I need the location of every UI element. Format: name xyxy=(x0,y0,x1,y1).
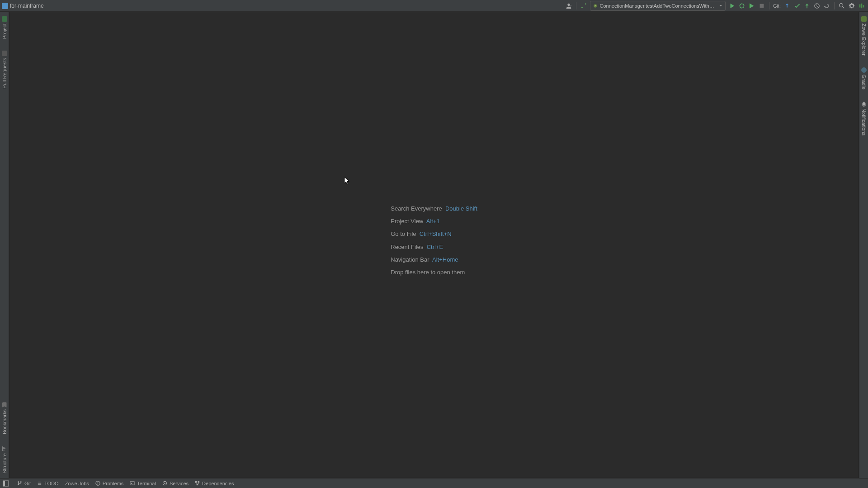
status-bar: Git TODO Zowe Jobs Problems Terminal Ser… xyxy=(0,478,868,488)
svg-rect-3 xyxy=(760,4,764,8)
vcs-history-button[interactable] xyxy=(812,1,821,10)
project-icon xyxy=(2,16,7,22)
svg-rect-2 xyxy=(749,3,750,8)
dependencies-icon xyxy=(195,481,200,486)
right-tool-window-strip: Zowe Explorer Gradle Notifications xyxy=(859,12,868,478)
run-button[interactable] xyxy=(727,1,736,10)
statusbar-services-label: Services xyxy=(170,481,189,486)
git-label: Git: xyxy=(773,3,781,9)
toolwindow-bookmarks-label: Bookmarks xyxy=(2,409,7,434)
bell-icon xyxy=(861,101,867,107)
svg-point-18 xyxy=(164,483,165,484)
statusbar-todo[interactable]: TODO xyxy=(37,481,59,486)
statusbar-problems-label: Problems xyxy=(103,481,123,486)
svg-rect-6 xyxy=(859,4,861,7)
action-label: Navigation Bar xyxy=(391,256,429,263)
statusbar-dependencies[interactable]: Dependencies xyxy=(195,481,234,486)
left-tool-window-strip: Project Pull Requests Bookmarks Structur… xyxy=(0,12,9,478)
project-folder-icon xyxy=(2,3,8,9)
list-icon xyxy=(37,481,42,486)
action-project-view[interactable]: Project View Alt+1 xyxy=(391,218,477,226)
terminal-icon xyxy=(130,481,135,486)
toolwindow-gradle-label: Gradle xyxy=(861,75,867,89)
svg-point-5 xyxy=(840,3,843,7)
svg-rect-19 xyxy=(195,481,197,483)
vcs-commit-button[interactable] xyxy=(793,1,802,10)
pull-request-icon xyxy=(2,51,7,56)
navigation-bar: for-mainframe ConnectionManager.testAddT… xyxy=(0,0,868,12)
shortcut-label: Double Shift xyxy=(445,205,477,212)
drop-files-hint: Drop files here to open them xyxy=(391,268,477,277)
ide-status-button[interactable] xyxy=(857,1,866,10)
vcs-update-button[interactable] xyxy=(783,1,792,10)
action-label: Search Everywhere xyxy=(391,205,442,212)
action-go-to-file[interactable]: Go to File Ctrl+Shift+N xyxy=(391,230,477,239)
statusbar-terminal[interactable]: Terminal xyxy=(130,481,156,486)
debug-button[interactable] xyxy=(737,1,746,10)
toolwindow-zowe-explorer-label: Zowe Explorer xyxy=(861,23,867,56)
settings-button[interactable] xyxy=(847,1,856,10)
toolwindow-project-label: Project xyxy=(2,23,7,39)
tool-windows-button[interactable] xyxy=(3,480,9,487)
chevron-down-icon xyxy=(719,4,722,8)
toolwindow-zowe-explorer[interactable]: Zowe Explorer xyxy=(861,14,867,57)
bookmark-icon xyxy=(2,402,7,408)
run-with-coverage-button[interactable] xyxy=(747,1,756,10)
editor-area[interactable]: Search Everywhere Double Shift Project V… xyxy=(9,12,859,478)
build-button[interactable] xyxy=(579,1,588,10)
vcs-push-button[interactable] xyxy=(802,1,811,10)
run-configuration-label: ConnectionManager.testAddTwoConnectionsW… xyxy=(600,3,717,9)
toolwindow-pull-requests[interactable]: Pull Requests xyxy=(2,49,7,90)
separator xyxy=(576,2,576,9)
action-navigation-bar[interactable]: Navigation Bar Alt+Home xyxy=(391,256,477,264)
toolwindow-gradle[interactable]: Gradle xyxy=(861,66,867,91)
separator xyxy=(769,2,769,9)
vcs-rollback-button[interactable] xyxy=(822,1,831,10)
toolwindow-notifications[interactable]: Notifications xyxy=(861,99,867,137)
toolwindow-notifications-label: Notifications xyxy=(861,108,867,136)
services-icon xyxy=(162,481,167,486)
action-label: Project View xyxy=(391,218,423,225)
svg-rect-8 xyxy=(863,5,864,7)
separator xyxy=(834,2,835,9)
svg-rect-16 xyxy=(130,482,134,485)
project-name[interactable]: for-mainframe xyxy=(10,3,44,9)
action-label: Recent Files xyxy=(391,244,423,250)
svg-rect-21 xyxy=(197,483,198,485)
statusbar-dependencies-label: Dependencies xyxy=(202,481,234,486)
statusbar-problems[interactable]: Problems xyxy=(95,481,123,486)
editor-empty-state: Search Everywhere Double Shift Project V… xyxy=(391,200,477,281)
gradle-icon xyxy=(861,67,867,73)
search-everywhere-button[interactable] xyxy=(837,1,846,10)
action-search-everywhere[interactable]: Search Everywhere Double Shift xyxy=(391,205,477,213)
shortcut-label: Ctrl+E xyxy=(427,244,443,250)
git-branch-icon xyxy=(17,481,22,486)
run-configuration-selector[interactable]: ConnectionManager.testAddTwoConnectionsW… xyxy=(590,1,726,11)
statusbar-zowe-jobs[interactable]: Zowe Jobs xyxy=(65,481,89,486)
statusbar-git-label: Git xyxy=(24,481,31,486)
toolwindow-pull-requests-label: Pull Requests xyxy=(2,58,7,89)
zowe-icon xyxy=(861,16,867,22)
toolwindow-project[interactable]: Project xyxy=(2,14,7,41)
shortcut-label: Ctrl+Shift+N xyxy=(420,231,452,238)
stop-button[interactable] xyxy=(757,1,766,10)
toolwindow-structure-label: Structure xyxy=(2,453,7,474)
code-with-me-button[interactable] xyxy=(564,1,573,10)
svg-point-15 xyxy=(98,484,99,485)
svg-rect-20 xyxy=(198,481,199,483)
svg-point-11 xyxy=(18,481,19,483)
warning-icon xyxy=(95,481,100,486)
toolwindow-structure[interactable]: Structure xyxy=(2,444,7,475)
structure-icon xyxy=(2,446,7,451)
statusbar-services[interactable]: Services xyxy=(162,481,189,486)
shortcut-label: Alt+Home xyxy=(432,256,458,263)
action-label: Go to File xyxy=(391,231,416,238)
shortcut-label: Alt+1 xyxy=(426,218,440,225)
statusbar-git[interactable]: Git xyxy=(17,481,31,486)
svg-rect-7 xyxy=(861,3,863,8)
statusbar-zowe-jobs-label: Zowe Jobs xyxy=(65,481,89,486)
action-recent-files[interactable]: Recent Files Ctrl+E xyxy=(391,243,477,251)
svg-point-12 xyxy=(20,481,22,483)
toolwindow-bookmarks[interactable]: Bookmarks xyxy=(2,400,7,436)
statusbar-todo-label: TODO xyxy=(44,481,59,486)
